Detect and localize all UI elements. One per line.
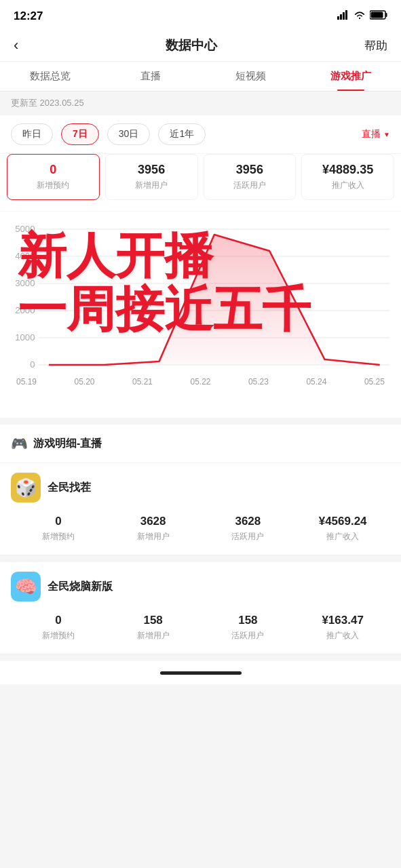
game2-icon: 🧠: [11, 572, 41, 601]
svg-rect-0: [337, 16, 339, 20]
x-label-4: 05.23: [248, 377, 269, 387]
game1-stat-value-2: 3628: [201, 515, 296, 528]
game2-stat-3: ¥163.47 推广收入: [295, 614, 390, 642]
game1-stat-3: ¥4569.24 推广收入: [295, 515, 390, 542]
home-indicator: [160, 671, 242, 675]
chart-wrapper: 新人开播 一周接近五千 5000 4000 3000 2000 1000 0: [11, 222, 390, 412]
svg-text:2000: 2000: [15, 305, 35, 315]
svg-rect-2: [343, 12, 345, 20]
tabs-bar: 数据总览 直播 短视频 游戏推广: [0, 62, 401, 92]
stat-value-active-users: 3956: [207, 163, 293, 177]
battery-icon: [370, 10, 387, 22]
game-detail-section-header: 🎮 游戏明细-直播: [0, 425, 401, 462]
stat-new-users: 3956 新增用户: [105, 154, 198, 200]
stat-label-active-users: 活跃用户: [207, 180, 293, 191]
game2-stat-value-0: 0: [11, 614, 106, 627]
header: ‹ 数据中心 帮助: [0, 30, 401, 62]
update-date: 更新至 2023.05.25: [0, 92, 401, 115]
game1-stat-label-3: 推广收入: [295, 531, 390, 542]
game2-stat-value-1: 158: [106, 614, 201, 627]
svg-text:4000: 4000: [15, 251, 35, 261]
svg-rect-6: [386, 13, 387, 17]
stat-new-reservations: 0 新增预约: [7, 154, 100, 200]
game1-stat-value-0: 0: [11, 515, 106, 528]
svg-text:3000: 3000: [15, 278, 35, 288]
tab-game-promo[interactable]: 游戏推广: [301, 62, 401, 91]
x-label-3: 05.22: [190, 377, 210, 387]
game2-stat-label-1: 新增用户: [106, 630, 201, 642]
game2-stat-1: 158 新增用户: [106, 614, 201, 642]
game2-stat-value-3: ¥163.47: [295, 614, 390, 627]
game1-stat-1: 3628 新增用户: [106, 515, 201, 542]
svg-text:1000: 1000: [15, 332, 35, 342]
stat-promo-income: ¥4889.35 推广收入: [301, 154, 394, 200]
back-button[interactable]: ‹: [14, 37, 18, 54]
x-label-2: 05.21: [132, 377, 153, 387]
chart-container: 新人开播 一周接近五千 5000 4000 3000 2000 1000 0: [0, 212, 401, 418]
game1-stat-2: 3628 活跃用户: [201, 515, 296, 542]
svg-text:0: 0: [30, 359, 35, 370]
chevron-down-icon: ▼: [383, 131, 390, 138]
status-time: 12:27: [14, 9, 43, 23]
stat-value-promo-income: ¥4889.35: [305, 163, 391, 177]
svg-text:5000: 5000: [15, 224, 35, 234]
game1-stat-value-3: ¥4569.24: [295, 515, 390, 528]
game-section-1: 🎲 全民找茬 0 新增预约 3628 新增用户 3628 活跃用户 ¥4569.…: [0, 463, 401, 555]
filter-30days[interactable]: 30日: [107, 123, 151, 145]
game2-stat-2: 158 活跃用户: [201, 614, 296, 642]
filter-row: 昨日 7日 30日 近1年 直播 ▼: [0, 115, 401, 153]
tab-live[interactable]: 直播: [100, 62, 201, 91]
game1-stat-label-1: 新增用户: [106, 531, 201, 542]
page-title: 数据中心: [166, 37, 217, 54]
game1-name: 全民找茬: [47, 481, 91, 495]
x-label-6: 05.25: [364, 377, 385, 387]
stat-value-reservations: 0: [10, 163, 96, 177]
game2-stat-label-2: 活跃用户: [201, 630, 296, 642]
game2-name: 全民烧脑新版: [47, 580, 113, 594]
game2-header: 🧠 全民烧脑新版: [0, 562, 401, 608]
svg-rect-1: [340, 14, 342, 20]
game2-stats: 0 新增预约 158 新增用户 158 活跃用户 ¥163.47 推广收入: [0, 608, 401, 654]
section-title: 游戏明细-直播: [33, 437, 102, 451]
stat-label-promo-income: 推广收入: [305, 180, 391, 191]
tab-short-video[interactable]: 短视频: [201, 62, 301, 91]
stat-label-new-users: 新增用户: [109, 180, 195, 191]
game1-stats: 0 新增预约 3628 新增用户 3628 活跃用户 ¥4569.24 推广收入: [0, 509, 401, 555]
svg-rect-5: [371, 12, 383, 18]
filter-1year[interactable]: 近1年: [158, 123, 206, 145]
filter-7days[interactable]: 7日: [61, 123, 99, 145]
game1-stat-label-2: 活跃用户: [201, 531, 296, 542]
game1-stat-value-1: 3628: [106, 515, 201, 528]
stat-label-reservations: 新增预约: [10, 180, 96, 191]
filter-yesterday[interactable]: 昨日: [11, 123, 53, 145]
status-icons: [337, 10, 387, 22]
tab-overview[interactable]: 数据总览: [0, 62, 100, 91]
stat-active-users: 3956 活跃用户: [204, 154, 297, 200]
line-chart: 5000 4000 3000 2000 1000 0: [11, 222, 390, 372]
game-section-2: 🧠 全民烧脑新版 0 新增预约 158 新增用户 158 活跃用户 ¥163.4…: [0, 562, 401, 654]
x-label-0: 05.19: [16, 377, 37, 387]
wifi-icon: [354, 10, 366, 22]
stat-value-new-users: 3956: [109, 163, 195, 177]
status-bar: 12:27: [0, 0, 401, 30]
game1-stat-0: 0 新增预约: [11, 515, 106, 542]
filter-live-button[interactable]: 直播 ▼: [362, 128, 390, 140]
game2-stat-label-3: 推广收入: [295, 630, 390, 642]
game2-stat-value-2: 158: [201, 614, 296, 627]
chart-x-labels: 05.19 05.20 05.21 05.22 05.23 05.24 05.2…: [11, 374, 390, 387]
x-label-5: 05.24: [306, 377, 326, 387]
help-button[interactable]: 帮助: [364, 38, 387, 54]
bottom-bar: [0, 661, 401, 684]
svg-rect-3: [345, 10, 347, 20]
x-label-1: 05.20: [74, 377, 94, 387]
game2-stat-label-0: 新增预约: [11, 630, 106, 642]
game1-stat-label-0: 新增预约: [11, 531, 106, 542]
game2-stat-0: 0 新增预约: [11, 614, 106, 642]
signal-icon: [337, 10, 349, 22]
game1-icon: 🎲: [11, 473, 41, 502]
gamepad-icon: 🎮: [11, 435, 28, 452]
game1-header: 🎲 全民找茬: [0, 463, 401, 509]
stats-row: 0 新增预约 3956 新增用户 3956 活跃用户 ¥4889.35 推广收入: [0, 154, 401, 211]
